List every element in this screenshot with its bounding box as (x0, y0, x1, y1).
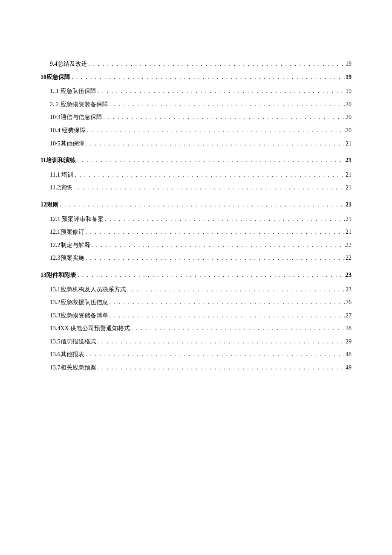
toc-entry-number: 12.2 (50, 241, 61, 250)
toc-entry-title: 应急救援队伍信息 (61, 298, 108, 307)
toc-entry-number: 13.3 (50, 311, 61, 320)
toc-leader-dots (96, 337, 346, 346)
toc-leader-dots (126, 285, 346, 294)
toc-entry-page: 48 (346, 350, 352, 359)
toc-entry: 1. .1 应急队伍保障19 (40, 87, 352, 96)
toc-entry-title: 1 预案评审和备案 (58, 215, 104, 224)
toc-entry-number: 12. (50, 215, 58, 224)
toc-entry-title: 相关应急预案 (61, 363, 96, 372)
toc-entry: 2. .2 应急物资装备保障20 (40, 100, 352, 109)
toc-leader-dots (70, 73, 346, 81)
toc-entry: 12.3 预案实施22 (40, 254, 352, 262)
toc-entry-page: 28 (346, 324, 352, 333)
toc-leader-dots (84, 139, 346, 148)
toc-entry-title: 1 培训 (57, 171, 74, 179)
toc-entry-title: 总结及改进 (58, 60, 87, 68)
toc-entry-title: 其他保障 (61, 139, 84, 148)
toc-entry: 12.1 预案修订21 (40, 228, 352, 236)
toc-entry-number: 10·3 (50, 113, 61, 122)
toc-entry: 12. 1 预案评审和备案21 (40, 215, 352, 224)
toc-entry-number: 11. (50, 171, 57, 179)
toc-entry: 13.5 信息报送格式29 (40, 337, 352, 346)
toc-leader-dots (84, 228, 346, 236)
toc-entry-page: 27 (346, 311, 352, 320)
toc-entry: 13.3 应急物资储备清单27 (40, 311, 352, 320)
toc-entry: 13.1 应急机构及人员联系方式23 (40, 285, 352, 294)
toc-entry: 13 附件和附表23 (40, 271, 352, 279)
toc-entry: 11 培训和演练21 (40, 156, 352, 165)
toc-entry-page: 19 (346, 87, 352, 96)
toc-entry-title: 培训和演练 (46, 156, 76, 165)
toc-entry-number: 9.4 (50, 60, 58, 68)
toc-entry-number: 12.3 (50, 254, 61, 262)
toc-entry: 13.7 相关应急预案49 (40, 363, 352, 372)
toc-entry-page: 23 (346, 271, 352, 279)
toc-entry-title: .1 应急队伍保障 (55, 87, 96, 96)
toc-entry: 11. 1 培训21 (40, 171, 352, 179)
toc-leader-dots (108, 100, 346, 109)
toc-entry: 12.2 制定与解释22 (40, 241, 352, 250)
toc-entry-page: 26 (346, 298, 352, 307)
toc-entry: 11.2 演练21 (40, 183, 352, 192)
toc-entry-page: 49 (346, 363, 352, 372)
toc-entry-number: 13.6 (50, 350, 61, 359)
toc-entry-number: 12.1 (50, 228, 61, 236)
toc-entry-number: 13.2 (50, 298, 61, 307)
toc-leader-dots (102, 113, 346, 122)
toc-entry-title: 演练 (60, 183, 72, 192)
toc-entry-page: 21 (346, 183, 352, 192)
toc-leader-dots (76, 271, 346, 279)
toc-entry-page: 29 (346, 337, 352, 346)
toc-entry-title: XX 供电公司预警通知格式 (61, 324, 130, 333)
toc-entry-page: 20 (346, 113, 352, 122)
toc-leader-dots (73, 171, 346, 179)
toc-entry-page: 21 (346, 156, 352, 165)
toc-entry-page: 21 (346, 139, 352, 148)
toc-leader-dots (76, 156, 346, 165)
toc-entry-number: 13.5 (50, 337, 61, 346)
toc-entry: 12 附则21 (40, 200, 352, 209)
toc-entry-number: 10·5 (50, 139, 61, 148)
toc-entry-number: 13 (40, 271, 46, 279)
toc-entry: 10. 4 经费保障20 (40, 126, 352, 135)
toc-entry-page: 21 (346, 171, 352, 179)
toc-entry-title: 应急机构及人员联系方式 (61, 285, 126, 294)
toc-entry-number: 13.7 (50, 363, 61, 372)
toc-entry: 10·3 通信与信息保障20 (40, 113, 352, 122)
toc-entry-title: 信息报送格式 (61, 337, 96, 346)
toc-entry-number: 1. (50, 87, 55, 96)
toc-entry-title: .2 应急物资装备保障 (55, 100, 108, 109)
toc-leader-dots (84, 350, 346, 359)
toc-entry-title: 通信与信息保障 (61, 113, 102, 122)
toc-entry-title: 制定与解释 (61, 241, 90, 250)
toc-leader-dots (108, 311, 346, 320)
toc-entry: 10 应急保障19 (40, 73, 352, 81)
toc-entry-number: 13.4 (50, 324, 61, 333)
toc-entry-title: 应急保障 (46, 73, 70, 81)
toc-leader-dots (108, 298, 346, 307)
toc-entry-number: 11.2 (50, 183, 60, 192)
toc-leader-dots (96, 87, 346, 96)
toc-leader-dots (72, 183, 346, 192)
toc-entry-page: 22 (346, 254, 352, 262)
toc-leader-dots (87, 60, 346, 68)
toc-entry-number: 12 (40, 200, 46, 209)
toc-entry-number: 2. (50, 100, 55, 109)
toc-entry-title: 预案实施 (61, 254, 84, 262)
toc-entry-page: 22 (346, 241, 352, 250)
toc-entry: 13.4 XX 供电公司预警通知格式28 (40, 324, 352, 333)
toc-entry-number: 11 (40, 156, 46, 165)
toc-leader-dots (96, 363, 346, 372)
toc-leader-dots (130, 324, 346, 333)
table-of-contents: 9.4 总结及改进1910 应急保障191. .1 应急队伍保障192. .2 … (40, 60, 352, 372)
toc-entry-title: 预案修订 (61, 228, 84, 236)
toc-entry-page: 21 (346, 215, 352, 224)
toc-entry-title: 其他报表 (61, 350, 84, 359)
toc-leader-dots (84, 254, 346, 262)
toc-entry: 10·5 其他保障21 (40, 139, 352, 148)
toc-entry-page: 21 (346, 200, 352, 209)
toc-entry-title: 应急物资储备清单 (61, 311, 108, 320)
toc-entry-number: 10. (50, 126, 58, 135)
toc-entry-page: 21 (346, 228, 352, 236)
toc-entry: 9.4 总结及改进19 (40, 60, 352, 68)
